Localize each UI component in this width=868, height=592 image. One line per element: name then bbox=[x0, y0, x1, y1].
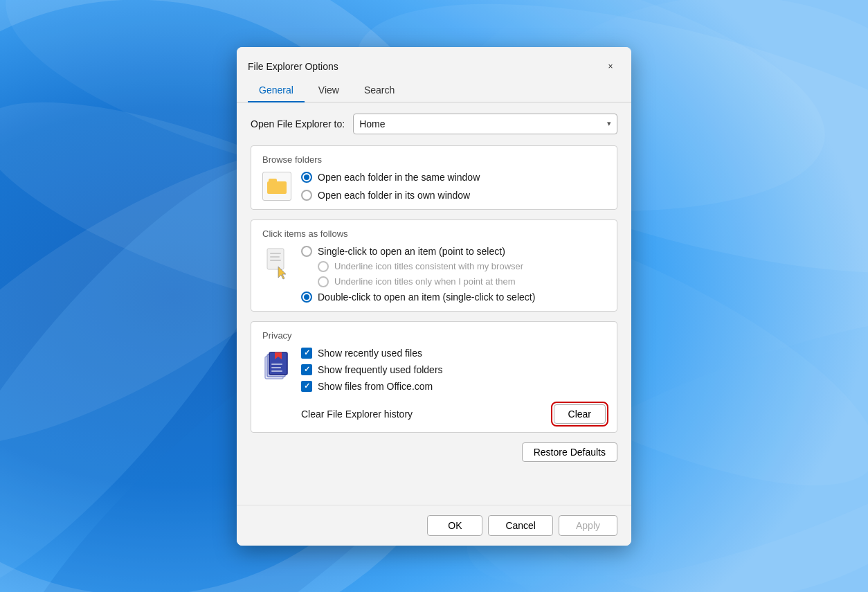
checkbox-office-com[interactable]: ✓ Show files from Office.com bbox=[301, 381, 606, 392]
open-explorer-row: Open File Explorer to: Home ▾ bbox=[251, 114, 617, 134]
svg-rect-12 bbox=[270, 253, 281, 254]
radio-same-window-label: Open each folder in the same window bbox=[318, 172, 480, 183]
tab-search[interactable]: Search bbox=[353, 79, 406, 102]
folder-icon-inner bbox=[267, 179, 287, 194]
radio-single-click-indicator bbox=[301, 246, 312, 257]
svg-rect-14 bbox=[270, 260, 281, 261]
clear-history-row: Clear File Explorer history Clear bbox=[301, 404, 606, 424]
cursor-icon bbox=[262, 246, 291, 282]
tab-bar: General View Search bbox=[237, 79, 631, 102]
clear-history-label: Clear File Explorer history bbox=[301, 409, 413, 420]
checkbox-frequently-used-label: Show frequently used folders bbox=[318, 364, 443, 375]
browse-folders-label: Browse folders bbox=[262, 154, 606, 165]
open-explorer-label: Open File Explorer to: bbox=[251, 118, 345, 129]
close-button[interactable]: × bbox=[601, 57, 620, 76]
dialog-overlay: File Explorer Options × General View Sea… bbox=[0, 0, 868, 592]
svg-rect-20 bbox=[271, 370, 282, 372]
radio-same-window[interactable]: Open each folder in the same window bbox=[301, 172, 606, 183]
radio-underline-browser[interactable]: Underline icon titles consistent with my… bbox=[301, 261, 606, 272]
apply-button[interactable]: Apply bbox=[559, 515, 617, 536]
click-items-inner: Single-click to open an item (point to s… bbox=[262, 246, 606, 303]
radio-underline-point-indicator bbox=[318, 276, 329, 287]
checkbox-frequently-used-box: ✓ bbox=[301, 364, 312, 375]
checkmark-icon: ✓ bbox=[304, 365, 310, 374]
radio-underline-browser-label: Underline icon titles consistent with my… bbox=[334, 261, 523, 271]
ok-button[interactable]: OK bbox=[427, 515, 482, 536]
restore-defaults-row: Restore Defaults bbox=[251, 442, 617, 462]
radio-underline-point-label: Underline icon titles only when I point … bbox=[334, 276, 516, 287]
folder-icon bbox=[262, 172, 291, 201]
radio-double-click-label: Double-click to open an item (single-cli… bbox=[318, 291, 535, 303]
dialog-footer: OK Cancel Apply bbox=[237, 505, 631, 546]
file-explorer-options-dialog: File Explorer Options × General View Sea… bbox=[237, 47, 631, 546]
svg-rect-11 bbox=[267, 249, 284, 269]
privacy-label: Privacy bbox=[262, 330, 606, 341]
click-items-label: Click items as follows bbox=[262, 228, 606, 239]
radio-double-click-dot bbox=[304, 294, 309, 300]
radio-own-window-label: Open each folder in its own window bbox=[318, 190, 470, 201]
browse-folders-options: Open each folder in the same window Open… bbox=[301, 172, 606, 201]
checkbox-recently-used[interactable]: ✓ Show recently used files bbox=[301, 348, 606, 359]
privacy-inner: ✓ Show recently used files ✓ Show freque… bbox=[262, 348, 606, 424]
tab-view[interactable]: View bbox=[307, 79, 350, 102]
dialog-title: File Explorer Options bbox=[248, 61, 338, 72]
browse-folders-inner: Open each folder in the same window Open… bbox=[262, 172, 606, 201]
restore-defaults-button[interactable]: Restore Defaults bbox=[522, 442, 617, 462]
checkbox-office-com-box: ✓ bbox=[301, 381, 312, 392]
radio-own-window-indicator bbox=[301, 190, 312, 201]
radio-underline-browser-indicator bbox=[318, 261, 329, 272]
open-explorer-dropdown[interactable]: Home ▾ bbox=[353, 114, 617, 134]
privacy-section: Privacy bbox=[251, 321, 617, 433]
radio-same-window-dot bbox=[304, 174, 309, 180]
folder-body bbox=[267, 181, 287, 194]
cancel-button[interactable]: Cancel bbox=[488, 515, 553, 536]
privacy-icon bbox=[262, 348, 291, 384]
radio-same-window-indicator bbox=[301, 172, 312, 183]
checkmark-icon: ✓ bbox=[304, 382, 310, 391]
svg-rect-19 bbox=[271, 367, 281, 368]
chevron-down-icon: ▾ bbox=[607, 119, 611, 128]
cursor-svg bbox=[264, 247, 289, 280]
checkbox-frequently-used[interactable]: ✓ Show frequently used folders bbox=[301, 364, 606, 375]
privacy-svg bbox=[264, 350, 290, 382]
checkbox-recently-used-label: Show recently used files bbox=[318, 348, 422, 359]
clear-button[interactable]: Clear bbox=[554, 404, 606, 424]
radio-single-click-label: Single-click to open an item (point to s… bbox=[318, 246, 505, 257]
radio-single-click[interactable]: Single-click to open an item (point to s… bbox=[301, 246, 606, 257]
click-items-options: Single-click to open an item (point to s… bbox=[301, 246, 606, 303]
click-items-section: Click items as follows bbox=[251, 219, 617, 312]
dialog-content: Open File Explorer to: Home ▾ Browse fol… bbox=[237, 102, 631, 505]
tab-general[interactable]: General bbox=[248, 79, 305, 102]
checkmark-icon: ✓ bbox=[304, 348, 310, 357]
radio-underline-point[interactable]: Underline icon titles only when I point … bbox=[301, 276, 606, 287]
radio-double-click-indicator bbox=[301, 291, 312, 303]
svg-rect-13 bbox=[270, 256, 280, 258]
checkbox-office-com-label: Show files from Office.com bbox=[318, 381, 433, 392]
svg-rect-18 bbox=[271, 364, 282, 365]
radio-double-click[interactable]: Double-click to open an item (single-cli… bbox=[301, 291, 606, 303]
radio-own-window[interactable]: Open each folder in its own window bbox=[301, 190, 606, 201]
dropdown-value: Home bbox=[359, 118, 385, 129]
browse-folders-section: Browse folders bbox=[251, 145, 617, 210]
checkbox-recently-used-box: ✓ bbox=[301, 348, 312, 359]
privacy-checkboxes: ✓ Show recently used files ✓ Show freque… bbox=[301, 348, 606, 424]
title-bar: File Explorer Options × bbox=[237, 47, 631, 76]
